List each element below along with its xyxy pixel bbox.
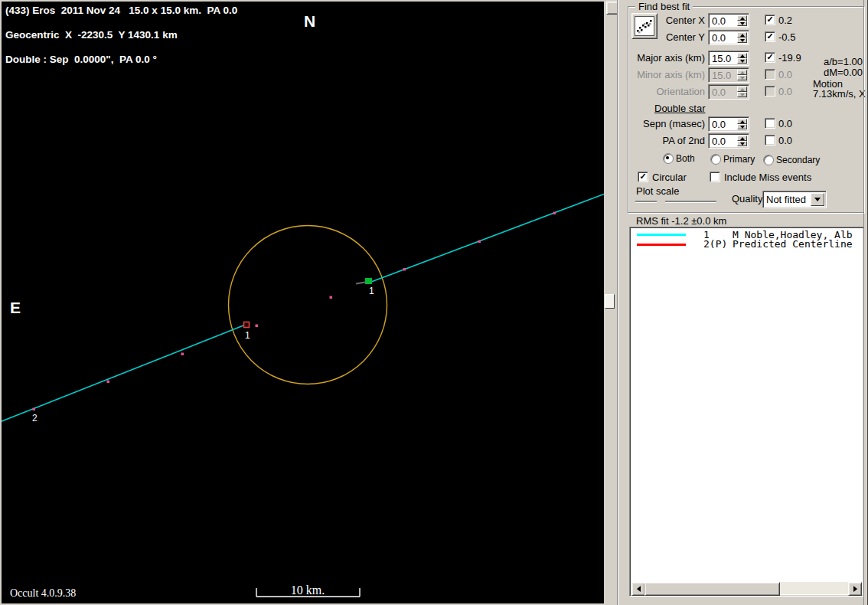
center-x-value[interactable]: 0.0 <box>712 15 726 27</box>
chord1-color-swatch <box>637 234 686 236</box>
center-x-checkbox[interactable]: ✓ <box>765 15 775 25</box>
sepn-delta: 0.0 <box>778 118 792 129</box>
arrow-left-icon <box>637 586 641 592</box>
panel-right-edge <box>863 0 864 605</box>
quality-value: Not fitted <box>766 194 806 205</box>
info-line-3: Double : Sep 0.0000", PA 0.0 ° <box>5 54 157 65</box>
center-y-spin-down[interactable] <box>737 38 747 43</box>
pa2nd-spin-up[interactable] <box>737 136 747 141</box>
radio-primary[interactable] <box>710 154 721 165</box>
center-y-spinner[interactable]: 0.0 <box>708 30 749 45</box>
dm-label: dM=0.00 <box>796 67 863 78</box>
sepn-value[interactable]: 0.0 <box>712 119 726 130</box>
radio-both-label: Both <box>676 153 695 164</box>
major-axis-spinner[interactable]: 15.0 <box>708 51 749 66</box>
center-y-value[interactable]: 0.0 <box>712 32 726 44</box>
minor-axis-label: Minor axis (km) <box>628 69 705 80</box>
center-x-delta: 0.2 <box>778 15 792 26</box>
miss-events-checkbox[interactable] <box>710 172 720 182</box>
center-x-spin-down[interactable] <box>737 21 747 26</box>
groupbox-title: Find best fit <box>635 1 693 12</box>
reappearance-label: 1 <box>245 330 250 341</box>
pa2nd-spinner[interactable]: 0.0 <box>708 133 749 149</box>
east-direction-label: E <box>10 299 21 317</box>
circular-label: Circular <box>652 172 687 183</box>
axis-ratio-label: a/b=1.00 <box>796 56 863 67</box>
orientation-delta: 0.0 <box>778 86 792 97</box>
major-axis-spin-down[interactable] <box>737 58 747 64</box>
chord2-label: 2 <box>32 413 38 424</box>
quality-label: Quality <box>732 193 762 204</box>
minor-axis-spin-up <box>737 70 747 75</box>
pa2nd-delta: 0.0 <box>778 135 792 146</box>
motion-value: 7.13km/s, X <box>813 88 866 100</box>
center-x-spin-up[interactable] <box>737 15 747 21</box>
pa2nd-label: PA of 2nd <box>628 135 705 146</box>
orientation-checkbox <box>765 86 775 96</box>
pa2nd-checkbox[interactable] <box>765 135 775 146</box>
orientation-spinner: 0.0 <box>708 84 749 100</box>
center-y-spin-up[interactable] <box>737 32 747 38</box>
center-y-label: Center Y <box>628 31 705 43</box>
pa2nd-value[interactable]: 0.0 <box>712 136 726 147</box>
asteroid-limb-circle <box>229 226 387 384</box>
disappearance-label: 1 <box>369 286 374 296</box>
splitter-drag-handle[interactable] <box>605 294 615 309</box>
sepn-label: Sepn (masec) <box>628 118 705 129</box>
event-info-text: (433) Eros 2011 Nov 24 15.0 x 15.0 km. P… <box>5 5 237 66</box>
radio-secondary[interactable] <box>763 155 774 165</box>
center-x-label: Center X <box>628 15 705 26</box>
legend-horizontal-scrollbar[interactable] <box>631 582 862 594</box>
north-direction-label: N <box>304 12 315 31</box>
legend-row-2[interactable]: 2(P) Predicted Centerline <box>630 239 863 249</box>
scale-bar-label: 10 km. <box>291 584 325 597</box>
center-x-spinner[interactable]: 0.0 <box>708 13 749 28</box>
plot-scale-slider-track[interactable] <box>635 201 716 203</box>
major-axis-label: Major axis (km) <box>628 52 705 64</box>
minor-axis-value: 15.0 <box>712 70 731 81</box>
legend-row-2-id: 2(P) <box>703 238 727 250</box>
double-star-heading: Double star <box>654 103 705 114</box>
circular-checkbox[interactable]: ✓ <box>638 172 648 182</box>
major-axis-spin-up[interactable] <box>737 53 747 58</box>
observer-legend-list[interactable]: 1 M Noble,Hoadley, Alb 2(P) Predicted Ce… <box>629 227 864 597</box>
orientation-spin-up <box>737 87 747 92</box>
quality-dropdown-button[interactable] <box>811 193 824 206</box>
occultation-plot[interactable]: 1 1 2 10 km. (433) Eros 2011 Nov 24 15.0… <box>2 2 604 603</box>
occult-window: 1 1 2 10 km. (433) Eros 2011 Nov 24 15.0… <box>0 0 868 605</box>
splitter-strip[interactable] <box>604 2 617 603</box>
sepn-checkbox[interactable] <box>765 118 775 129</box>
scrollbar-thumb[interactable] <box>644 582 780 596</box>
scroll-right-button[interactable] <box>848 582 862 596</box>
scroll-left-button[interactable] <box>631 582 645 596</box>
sepn-spin-up[interactable] <box>737 119 747 124</box>
radio-both[interactable] <box>663 153 674 164</box>
orientation-label: Orientation <box>628 86 705 97</box>
chord2-color-swatch <box>637 244 686 246</box>
orientation-value: 0.0 <box>712 87 726 98</box>
miss-events-label: Include Miss events <box>724 172 811 183</box>
center-y-delta: -0.5 <box>778 31 795 43</box>
chevron-down-icon <box>814 198 821 201</box>
radio-primary-label: Primary <box>723 154 755 165</box>
sepn-spinner[interactable]: 0.0 <box>708 116 749 132</box>
pa2nd-spin-down[interactable] <box>737 141 747 146</box>
minor-axis-delta: 0.0 <box>778 69 792 80</box>
star-path-pre-occultation <box>2 325 243 422</box>
minor-axis-spinner: 15.0 <box>708 67 749 83</box>
disappearance-marker[interactable] <box>365 278 372 284</box>
center-y-checkbox[interactable]: ✓ <box>765 31 775 42</box>
app-version-label: Occult 4.0.9.38 <box>10 587 76 600</box>
radio-secondary-label: Secondary <box>776 155 820 165</box>
fit-residual-stub <box>356 283 365 284</box>
arrow-right-icon <box>853 586 857 592</box>
reappearance-marker[interactable] <box>244 322 250 328</box>
quality-combobox[interactable]: Not fitted <box>762 191 827 208</box>
sepn-spin-down[interactable] <box>737 124 747 129</box>
major-axis-checkbox[interactable]: ✓ <box>765 52 775 63</box>
minor-axis-checkbox <box>765 69 775 80</box>
legend-row-2-name: Predicted Centerline <box>733 238 853 250</box>
plot-canvas: 1 1 2 10 km. <box>2 2 604 603</box>
major-axis-value[interactable]: 15.0 <box>712 53 731 64</box>
rms-fit-label: RMS fit -1.2 ±0.0 km <box>636 215 726 227</box>
